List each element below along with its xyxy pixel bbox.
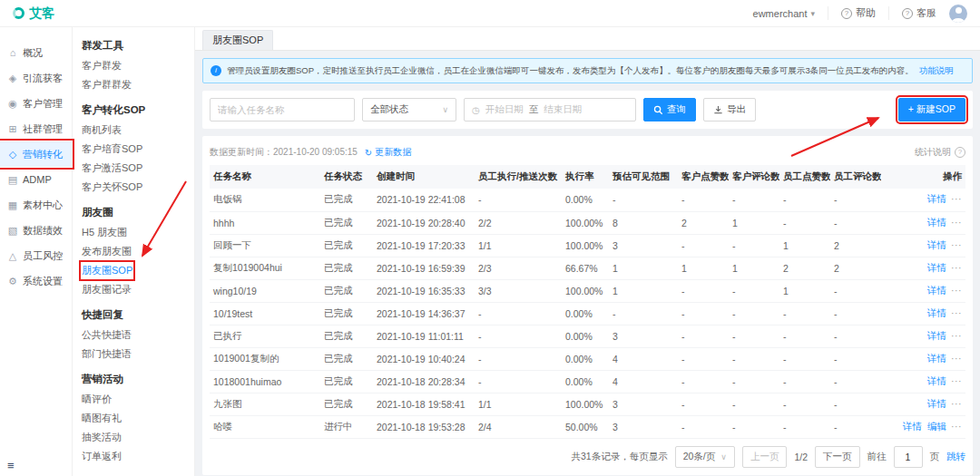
info-banner: i 管理员设置朋友圈SOP，定时推送至执行员工企业微信，员工在企业微信端即可一键… <box>202 58 973 83</box>
submenu-item-lottery[interactable]: 抽奖活动 <box>73 427 194 446</box>
stats-help[interactable]: 统计说明 ? <box>915 146 965 159</box>
op-detail-link[interactable]: 详情 <box>927 307 946 318</box>
cell-ops: 详情··· <box>881 347 965 370</box>
cell-c_comment: 1 <box>729 211 779 234</box>
sidebar-item-customer-management[interactable]: ◉客户管理 <box>0 91 72 116</box>
submenu-item-publish-moments[interactable]: 发布朋友圈 <box>73 241 194 260</box>
cell-e_comment: - <box>830 302 881 325</box>
op-detail-link[interactable]: 详情 <box>927 193 946 204</box>
submenu-item-review-show[interactable]: 晒评价 <box>73 389 194 408</box>
tab-moments-sop[interactable]: 朋友圈SOP <box>202 30 273 50</box>
sidebar-item-material-center[interactable]: ▦素材中心 <box>0 192 72 218</box>
page: i 管理员设置朋友圈SOP，定时推送至执行员工企业微信，员工在企业微信端即可一键… <box>195 51 980 476</box>
cell-scope: 3 <box>609 234 678 257</box>
cell-c_like: - <box>678 189 729 211</box>
op-detail-link[interactable]: 详情 <box>927 353 946 364</box>
more-actions-icon[interactable]: ··· <box>951 285 962 296</box>
service-link[interactable]: ? 客服 <box>888 6 936 20</box>
next-page-button[interactable]: 下一页 <box>815 446 860 468</box>
prev-page-button[interactable]: 上一页 <box>742 446 788 468</box>
task-name-input[interactable] <box>210 98 355 121</box>
op-edit-link[interactable]: 编辑 <box>927 421 946 432</box>
sidebar-item-acquisition[interactable]: ◈引流获客 <box>0 65 72 91</box>
cell-status: 已完成 <box>320 370 373 393</box>
cell-created: 2021-10-18 19:53:28 <box>373 415 475 438</box>
table-header-row: 任务名称任务状态创建时间员工执行/推送次数执行率预估可见范围客户点赞数客户评论数… <box>210 165 965 189</box>
submenu-item-label: 抽奖活动 <box>82 430 122 445</box>
search-button[interactable]: 查询 <box>643 98 696 121</box>
more-actions-icon[interactable]: ··· <box>951 398 962 409</box>
cell-e_like: - <box>779 370 830 393</box>
cell-rate: 100.00% <box>562 279 609 302</box>
sidebar-item-admp[interactable]: ▤ADMP <box>0 167 72 192</box>
create-sop-button[interactable]: + 新建SOP <box>898 98 965 121</box>
op-detail-link[interactable]: 详情 <box>927 285 946 296</box>
goto-jump-button[interactable]: 跳转 <box>946 451 965 463</box>
more-actions-icon[interactable]: ··· <box>951 239 962 250</box>
more-actions-icon[interactable]: ··· <box>951 307 962 318</box>
sidebar-item-overview[interactable]: ⌂概况 <box>0 40 72 65</box>
op-detail-link[interactable]: 详情 <box>927 398 946 409</box>
submenu-item-moments-record[interactable]: 朋友圈记录 <box>73 279 194 298</box>
goto-page-input[interactable] <box>894 446 923 468</box>
submenu-item-nurture-sop[interactable]: 客户培育SOP <box>73 139 194 158</box>
sidebar-item-staff-risk[interactable]: △员工风控 <box>0 243 72 268</box>
submenu-item-care-sop[interactable]: 客户关怀SOP <box>73 177 194 196</box>
cell-exec: - <box>475 370 562 393</box>
submenu-item-moments-sop[interactable]: 朋友圈SOP <box>73 260 194 279</box>
op-detail-link[interactable]: 详情 <box>927 330 946 341</box>
submenu-item-order-rebate[interactable]: 订单返利 <box>73 446 194 465</box>
cell-ops: 详情··· <box>881 234 965 257</box>
page-size-select[interactable]: 20条/页 ∨ <box>675 446 735 468</box>
cell-name: 电饭锅 <box>210 189 320 211</box>
submenu-item-dept-quick-reply[interactable]: 部门快捷语 <box>73 344 194 363</box>
sidebar-item-label: 营销转化 <box>23 148 63 161</box>
sidebar-item-community-management[interactable]: ⊞社群管理 <box>0 116 72 141</box>
op-detail-link[interactable]: 详情 <box>927 375 946 386</box>
more-actions-icon[interactable]: ··· <box>951 217 962 228</box>
submenu-item-h5-moments[interactable]: H5 朋友圈 <box>73 222 194 241</box>
refresh-data-link[interactable]: ↻ 更新数据 <box>365 146 411 159</box>
acquisition-icon: ◈ <box>7 73 18 84</box>
submenu-item-opportunity-list[interactable]: 商机列表 <box>73 120 194 139</box>
more-actions-icon[interactable]: ··· <box>951 262 962 273</box>
op-detail-link[interactable]: 详情 <box>927 262 946 273</box>
cell-exec: - <box>475 189 562 211</box>
sidebar-item-data-performance[interactable]: ▧数据绩效 <box>0 218 72 243</box>
cell-e_comment: - <box>830 370 881 393</box>
feature-doc-link[interactable]: 功能说明 <box>919 65 954 77</box>
table-row: 10/19test已完成2021-10-19 14:36:37-0.00%---… <box>210 302 965 325</box>
chevron-down-icon: ▾ <box>810 9 815 18</box>
more-actions-icon[interactable]: ··· <box>951 375 962 386</box>
submenu-item-photo-reward[interactable]: 晒图有礼 <box>73 408 194 427</box>
cell-c_comment: - <box>729 370 779 393</box>
cell-e_comment: - <box>830 211 881 234</box>
submenu-item-group-mass-send[interactable]: 客户群群发 <box>73 74 194 93</box>
account-menu[interactable]: ewmerchant ▾ <box>753 8 815 19</box>
date-range-picker[interactable]: ◷ 开始日期 至 结束日期 <box>464 98 636 121</box>
table-row: 哈喽进行中2021-10-18 19:53:282/450.00%3----详情… <box>210 415 965 438</box>
cell-scope: 1 <box>609 257 678 279</box>
more-actions-icon[interactable]: ··· <box>951 193 962 204</box>
op-detail-link[interactable]: 详情 <box>903 421 922 432</box>
more-actions-icon[interactable]: ··· <box>951 330 962 341</box>
op-detail-link[interactable]: 详情 <box>927 217 946 228</box>
cell-created: 2021-10-19 16:59:39 <box>373 257 475 279</box>
more-actions-icon[interactable]: ··· <box>951 353 962 364</box>
more-actions-icon[interactable]: ··· <box>951 421 962 432</box>
submenu-item-customer-mass-send[interactable]: 客户群发 <box>73 55 194 74</box>
export-button[interactable]: 导出 <box>703 98 756 121</box>
op-detail-link[interactable]: 详情 <box>927 239 946 250</box>
table-row: wing10/19已完成2021-10-19 16:35:333/3100.00… <box>210 279 965 302</box>
logo[interactable]: 艾客 <box>13 5 54 22</box>
submenu-item-public-quick-reply[interactable]: 公共快捷语 <box>73 325 194 344</box>
sidebar-collapse-icon[interactable]: ≡ <box>7 459 15 472</box>
cell-created: 2021-10-19 16:35:33 <box>373 279 475 302</box>
submenu-item-activation-sop[interactable]: 客户激活SOP <box>73 158 194 177</box>
help-link[interactable]: ? 帮助 <box>828 6 876 20</box>
sidebar-item-label: 概况 <box>23 46 43 60</box>
sidebar-item-marketing-conversion[interactable]: ◇营销转化 <box>0 141 72 167</box>
status-select[interactable]: 全部状态 ∨ <box>362 98 456 121</box>
avatar[interactable] <box>949 5 967 23</box>
sidebar-item-system-settings[interactable]: ⚙系统设置 <box>0 268 72 294</box>
